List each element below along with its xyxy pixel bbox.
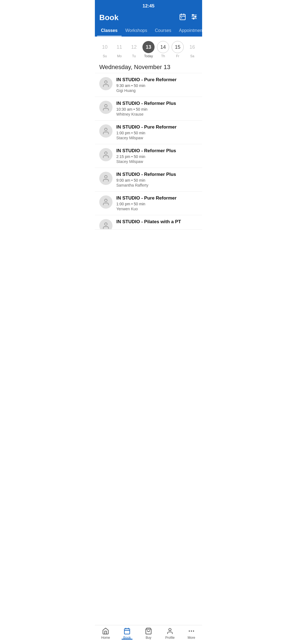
class-info: IN STUDIO - Pure Reformer1:00 pm • 50 mi… — [116, 195, 198, 211]
day-label: Mo — [117, 54, 122, 58]
tab-appointments[interactable]: Appointments — [175, 25, 202, 36]
svg-point-15 — [105, 176, 107, 178]
svg-point-9 — [195, 16, 196, 17]
class-info: IN STUDIO - Pure Reformer1:00 pm • 50 mi… — [116, 124, 198, 140]
person-icon — [102, 80, 110, 88]
class-name: IN STUDIO - Pilates with a PT — [116, 219, 198, 225]
class-time: 1:00 pm • 50 min — [116, 202, 198, 206]
class-name: IN STUDIO - Reformer Plus — [116, 172, 198, 177]
class-list-item[interactable]: IN STUDIO - Reformer Plus2:15 pm • 50 mi… — [95, 144, 202, 168]
header-actions — [179, 13, 198, 25]
day-number: 15 — [172, 41, 184, 53]
svg-point-17 — [105, 223, 107, 225]
class-instructor: Stacey Milspaw — [116, 159, 198, 164]
svg-point-12 — [105, 105, 107, 107]
class-info: IN STUDIO - Reformer Plus10:30 am • 50 m… — [116, 101, 198, 116]
day-label: Fr — [176, 54, 179, 58]
person-icon — [102, 151, 110, 159]
day-label: Sa — [190, 54, 194, 58]
class-instructor: Whitney Krause — [116, 112, 198, 116]
filter-icon[interactable] — [191, 13, 198, 22]
calendar-day-11[interactable]: 11Mo — [113, 41, 126, 58]
header: Book — [95, 11, 202, 25]
day-number: 16 — [186, 41, 198, 53]
calendar-day-13[interactable]: 13Today — [142, 41, 155, 58]
class-instructor: Samantha Rafferty — [116, 183, 198, 187]
avatar — [99, 101, 112, 114]
class-time: 9:00 am • 50 min — [116, 178, 198, 182]
day-number: 14 — [157, 41, 169, 53]
class-info: IN STUDIO - Reformer Plus2:15 pm • 50 mi… — [116, 148, 198, 164]
svg-point-8 — [193, 14, 194, 15]
class-info: IN STUDIO - Pilates with a PT — [116, 219, 198, 225]
person-icon — [102, 198, 110, 206]
svg-rect-4 — [181, 17, 182, 18]
class-name: IN STUDIO - Reformer Plus — [116, 148, 198, 154]
person-icon — [102, 103, 110, 111]
calendar-day-16[interactable]: 16Sa — [186, 41, 199, 58]
tab-workshops[interactable]: Workshops — [122, 25, 151, 36]
avatar — [99, 172, 112, 185]
class-time: 10:30 am • 50 min — [116, 107, 198, 111]
class-info: IN STUDIO - Reformer Plus9:00 am • 50 mi… — [116, 172, 198, 187]
day-number: 12 — [128, 41, 140, 53]
class-list-item[interactable]: IN STUDIO - Reformer Plus10:30 am • 50 m… — [95, 97, 202, 121]
class-instructor: Stacey Milspaw — [116, 136, 198, 140]
class-info: IN STUDIO - Pure Reformer9:30 am • 50 mi… — [116, 77, 198, 93]
calendar-icon[interactable] — [179, 13, 186, 22]
day-label: Su — [103, 54, 107, 58]
class-list-item[interactable]: IN STUDIO - Pure Reformer1:00 pm • 50 mi… — [95, 192, 202, 215]
class-instructor: Yenwen Kuo — [116, 207, 198, 211]
class-time: 9:30 am • 50 min — [116, 83, 198, 88]
tab-classes[interactable]: Classes — [97, 25, 122, 36]
svg-rect-0 — [180, 14, 185, 20]
avatar — [99, 219, 112, 230]
svg-point-14 — [105, 152, 107, 154]
day-number: 10 — [99, 41, 111, 53]
class-list-item[interactable]: IN STUDIO - Reformer Plus9:00 am • 50 mi… — [95, 168, 202, 192]
calendar-strip: 10Su11Mo12Tu13Today14Th15Fr16Sa — [95, 37, 202, 60]
page-title: Book — [99, 13, 119, 25]
svg-point-10 — [193, 18, 194, 19]
person-icon — [102, 222, 110, 230]
class-list-item[interactable]: IN STUDIO - Pure Reformer9:30 am • 50 mi… — [95, 73, 202, 97]
avatar — [99, 148, 112, 161]
class-name: IN STUDIO - Pure Reformer — [116, 77, 198, 83]
date-heading: Wednesday, November 13 — [95, 60, 202, 73]
calendar-day-15[interactable]: 15Fr — [171, 41, 184, 58]
day-label: Th — [161, 54, 165, 58]
class-name: IN STUDIO - Pure Reformer — [116, 124, 198, 130]
class-time: 2:15 pm • 50 min — [116, 154, 198, 159]
day-number: 13 — [142, 41, 155, 53]
svg-point-11 — [105, 81, 107, 83]
day-label: Tu — [132, 54, 136, 58]
class-list: IN STUDIO - Pure Reformer9:30 am • 50 mi… — [95, 73, 202, 230]
class-instructor: Gigi Huang — [116, 88, 198, 93]
avatar — [99, 77, 112, 90]
calendar-day-10[interactable]: 10Su — [98, 41, 111, 58]
person-icon — [102, 127, 110, 135]
avatar — [99, 124, 112, 138]
tab-courses[interactable]: Courses — [151, 25, 175, 36]
svg-point-13 — [105, 128, 107, 131]
day-label: Today — [144, 54, 153, 58]
svg-point-16 — [105, 199, 107, 202]
avatar — [99, 195, 112, 209]
class-time: 1:00 pm • 50 min — [116, 131, 198, 135]
class-name: IN STUDIO - Reformer Plus — [116, 101, 198, 106]
class-name: IN STUDIO - Pure Reformer — [116, 195, 198, 201]
class-list-item[interactable]: IN STUDIO - Pilates with a PT — [95, 215, 202, 230]
status-bar: 12:45 — [95, 0, 202, 11]
status-time: 12:45 — [142, 3, 154, 9]
day-number: 11 — [113, 41, 125, 53]
calendar-day-12[interactable]: 12Tu — [127, 41, 141, 58]
person-icon — [102, 174, 110, 182]
class-list-item[interactable]: IN STUDIO - Pure Reformer1:00 pm • 50 mi… — [95, 121, 202, 144]
tab-bar: Classes Workshops Courses Appointments — [95, 25, 202, 37]
calendar-day-14[interactable]: 14Th — [156, 41, 170, 58]
